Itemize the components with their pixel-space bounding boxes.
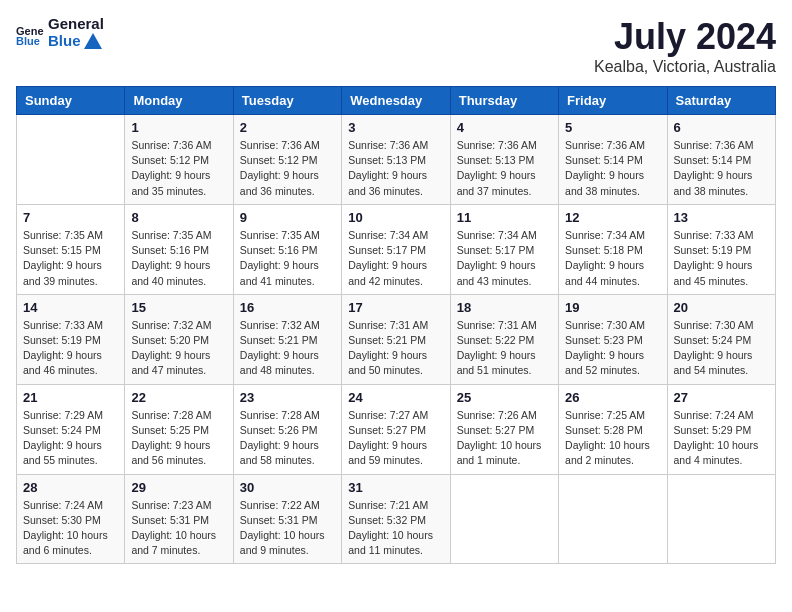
day-info-line: Sunrise: 7:28 AM [240, 408, 335, 423]
day-info-line: Sunset: 5:31 PM [240, 513, 335, 528]
day-info-line: Daylight: 9 hours [240, 168, 335, 183]
day-info-line: Daylight: 10 hours [131, 528, 226, 543]
day-number: 5 [565, 120, 660, 135]
calendar-cell: 22Sunrise: 7:28 AMSunset: 5:25 PMDayligh… [125, 384, 233, 474]
day-info-line: Daylight: 10 hours [348, 528, 443, 543]
day-info-line: Sunset: 5:16 PM [240, 243, 335, 258]
day-number: 23 [240, 390, 335, 405]
day-info-line: Sunrise: 7:36 AM [348, 138, 443, 153]
day-info-line: Daylight: 9 hours [131, 258, 226, 273]
day-number: 3 [348, 120, 443, 135]
day-info-line: and 36 minutes. [240, 184, 335, 199]
calendar-cell: 2Sunrise: 7:36 AMSunset: 5:12 PMDaylight… [233, 115, 341, 205]
day-info-line: and 6 minutes. [23, 543, 118, 558]
calendar-cell [559, 474, 667, 564]
calendar-cell: 7Sunrise: 7:35 AMSunset: 5:15 PMDaylight… [17, 204, 125, 294]
day-info-line: Sunrise: 7:24 AM [674, 408, 769, 423]
day-info-line: Daylight: 9 hours [240, 438, 335, 453]
calendar-cell: 12Sunrise: 7:34 AMSunset: 5:18 PMDayligh… [559, 204, 667, 294]
day-info-line: Sunrise: 7:24 AM [23, 498, 118, 513]
day-info-line: and 51 minutes. [457, 363, 552, 378]
day-info-line: and 43 minutes. [457, 274, 552, 289]
day-number: 17 [348, 300, 443, 315]
day-number: 24 [348, 390, 443, 405]
day-number: 4 [457, 120, 552, 135]
calendar-cell: 30Sunrise: 7:22 AMSunset: 5:31 PMDayligh… [233, 474, 341, 564]
day-info-line: and 7 minutes. [131, 543, 226, 558]
day-info-line: and 44 minutes. [565, 274, 660, 289]
day-info-line: Sunset: 5:28 PM [565, 423, 660, 438]
day-info-line: Daylight: 9 hours [240, 348, 335, 363]
day-info-line: and 37 minutes. [457, 184, 552, 199]
day-info-line: and 2 minutes. [565, 453, 660, 468]
day-info-line: Sunset: 5:17 PM [457, 243, 552, 258]
day-info-line: Sunset: 5:24 PM [23, 423, 118, 438]
calendar-cell: 31Sunrise: 7:21 AMSunset: 5:32 PMDayligh… [342, 474, 450, 564]
day-number: 18 [457, 300, 552, 315]
day-info-line: Sunset: 5:24 PM [674, 333, 769, 348]
day-info-line: and 50 minutes. [348, 363, 443, 378]
day-info-line: Sunrise: 7:36 AM [565, 138, 660, 153]
day-info-line: Sunset: 5:29 PM [674, 423, 769, 438]
day-info-line: Daylight: 9 hours [131, 348, 226, 363]
day-number: 13 [674, 210, 769, 225]
calendar-cell: 24Sunrise: 7:27 AMSunset: 5:27 PMDayligh… [342, 384, 450, 474]
day-info-line: Sunrise: 7:35 AM [240, 228, 335, 243]
day-info-line: and 38 minutes. [565, 184, 660, 199]
day-info-line: Sunset: 5:27 PM [348, 423, 443, 438]
calendar-week-5: 28Sunrise: 7:24 AMSunset: 5:30 PMDayligh… [17, 474, 776, 564]
calendar-cell: 4Sunrise: 7:36 AMSunset: 5:13 PMDaylight… [450, 115, 558, 205]
day-info-line: Sunrise: 7:31 AM [457, 318, 552, 333]
day-info-line: Sunset: 5:19 PM [674, 243, 769, 258]
calendar-cell: 28Sunrise: 7:24 AMSunset: 5:30 PMDayligh… [17, 474, 125, 564]
day-info-line: Daylight: 9 hours [565, 258, 660, 273]
header-day-sunday: Sunday [17, 87, 125, 115]
svg-marker-2 [84, 33, 102, 49]
header-day-friday: Friday [559, 87, 667, 115]
day-info-line: and 1 minute. [457, 453, 552, 468]
logo: General Blue General Blue [16, 16, 104, 49]
day-number: 11 [457, 210, 552, 225]
day-number: 30 [240, 480, 335, 495]
day-info-line: Sunrise: 7:34 AM [457, 228, 552, 243]
calendar-cell: 13Sunrise: 7:33 AMSunset: 5:19 PMDayligh… [667, 204, 775, 294]
day-info-line: Sunrise: 7:35 AM [131, 228, 226, 243]
day-info-line: and 38 minutes. [674, 184, 769, 199]
calendar-cell: 17Sunrise: 7:31 AMSunset: 5:21 PMDayligh… [342, 294, 450, 384]
day-info-line: Sunset: 5:15 PM [23, 243, 118, 258]
title-area: July 2024 Kealba, Victoria, Australia [594, 16, 776, 76]
day-info-line: Daylight: 9 hours [23, 348, 118, 363]
day-info-line: Sunset: 5:16 PM [131, 243, 226, 258]
calendar-week-4: 21Sunrise: 7:29 AMSunset: 5:24 PMDayligh… [17, 384, 776, 474]
day-number: 20 [674, 300, 769, 315]
calendar-cell: 10Sunrise: 7:34 AMSunset: 5:17 PMDayligh… [342, 204, 450, 294]
day-info-line: Sunrise: 7:32 AM [240, 318, 335, 333]
header-day-tuesday: Tuesday [233, 87, 341, 115]
day-info-line: Sunrise: 7:33 AM [23, 318, 118, 333]
day-info-line: Sunset: 5:21 PM [240, 333, 335, 348]
day-info-line: Sunrise: 7:36 AM [240, 138, 335, 153]
calendar-cell: 23Sunrise: 7:28 AMSunset: 5:26 PMDayligh… [233, 384, 341, 474]
day-info-line: Sunset: 5:14 PM [674, 153, 769, 168]
day-info-line: Sunset: 5:13 PM [348, 153, 443, 168]
day-info-line: Sunrise: 7:36 AM [457, 138, 552, 153]
day-info-line: Sunrise: 7:31 AM [348, 318, 443, 333]
day-number: 1 [131, 120, 226, 135]
day-info-line: Sunset: 5:12 PM [131, 153, 226, 168]
day-info-line: and 36 minutes. [348, 184, 443, 199]
day-info-line: and 42 minutes. [348, 274, 443, 289]
day-number: 28 [23, 480, 118, 495]
logo-icon: General Blue [16, 21, 44, 45]
day-info-line: Sunrise: 7:32 AM [131, 318, 226, 333]
calendar-cell: 21Sunrise: 7:29 AMSunset: 5:24 PMDayligh… [17, 384, 125, 474]
day-info-line: Sunset: 5:14 PM [565, 153, 660, 168]
header-day-thursday: Thursday [450, 87, 558, 115]
day-info-line: and 55 minutes. [23, 453, 118, 468]
calendar-week-3: 14Sunrise: 7:33 AMSunset: 5:19 PMDayligh… [17, 294, 776, 384]
day-info-line: Daylight: 10 hours [240, 528, 335, 543]
day-number: 22 [131, 390, 226, 405]
day-info-line: Sunset: 5:32 PM [348, 513, 443, 528]
day-info-line: and 46 minutes. [23, 363, 118, 378]
day-info-line: Daylight: 9 hours [131, 168, 226, 183]
day-info-line: Daylight: 9 hours [457, 348, 552, 363]
